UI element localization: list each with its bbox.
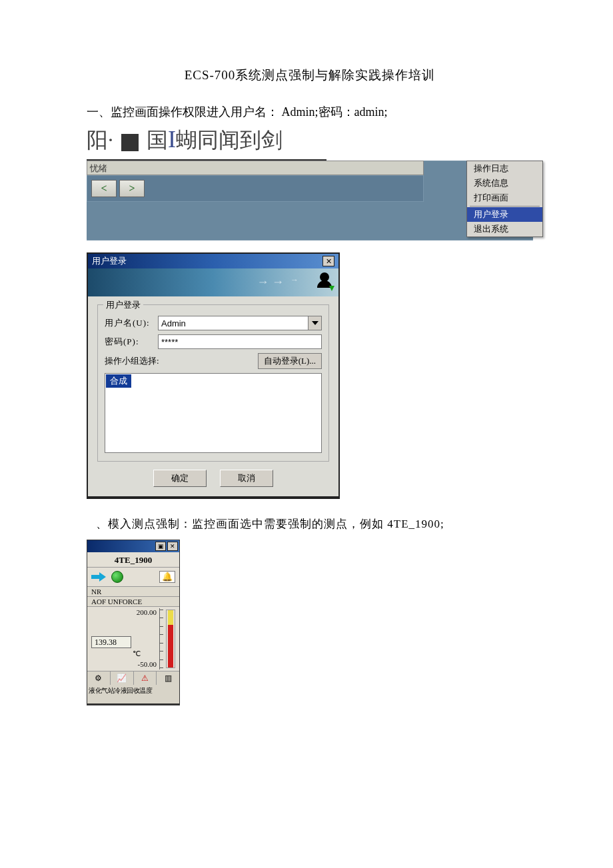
tag-max-value: 200.00 xyxy=(89,608,159,616)
tag-pin-icon[interactable]: ▣ xyxy=(155,542,166,551)
tag-titlebar: ▣ ✕ xyxy=(87,540,179,552)
bar-zone-red xyxy=(168,625,173,668)
toolbar: < > xyxy=(87,175,424,202)
tag-aof-label: AOF UNFORCE xyxy=(87,597,179,607)
tag-min-value: -50.00 xyxy=(138,660,157,668)
tag-setting-icon[interactable]: ⚙ xyxy=(87,671,111,685)
tag-faceplate: ▣ ✕ 4TE_1900 🔔 NR AOF UNFORCE 200.00 139… xyxy=(87,540,180,705)
menu-item-sys-info[interactable]: 系统信息 xyxy=(467,176,542,191)
ops-group-label: 操作小组选择: xyxy=(105,355,159,367)
username-label: 用户名(U): xyxy=(105,317,153,329)
login-dialog: 用户登录 ✕ → → → 用户登录 用户名(U): 密码(P): xyxy=(87,252,340,499)
login-titlebar: 用户登录 ✕ xyxy=(88,254,338,268)
tag-description: 液化气站冷液回收温度 xyxy=(87,685,179,703)
auto-login-button[interactable]: 自动登录(L)... xyxy=(258,353,322,369)
tag-ticks xyxy=(159,608,165,669)
svg-marker-2 xyxy=(91,572,106,582)
decor-a: 阳· xyxy=(87,128,113,152)
nav-next-button[interactable]: > xyxy=(119,180,145,197)
status-bar: 忧绪 xyxy=(87,161,424,175)
ops-group-list[interactable]: 合成 xyxy=(105,373,322,453)
tag-bottom-toolbar: ⚙ 📈 ⚠ ▥ xyxy=(87,671,179,685)
close-icon[interactable]: ✕ xyxy=(322,256,334,266)
login-title: 用户登录 xyxy=(92,255,127,267)
menu-item-exit-system[interactable]: 退出系统 xyxy=(467,222,542,236)
login-groupbox: 用户登录 用户名(U): 密码(P): 操作小组选择: 自动登录(L)... xyxy=(97,304,329,462)
tag-alarm-icon[interactable]: 🔔 xyxy=(159,571,175,583)
banner-arrows-icon: → → → xyxy=(257,275,299,289)
decor-b: 国 xyxy=(147,128,168,152)
tag-name: 4TE_1900 xyxy=(87,552,179,568)
tag-value: 139.38 xyxy=(91,636,131,648)
app-menubar: 忧绪 < > 操作日志 系统信息 打印画面 用户登录 退出系统 xyxy=(87,161,533,240)
black-square-icon xyxy=(121,134,139,151)
svg-marker-0 xyxy=(329,286,334,291)
decor-c: 蝴同闻到剑 xyxy=(176,128,283,152)
menu-separator xyxy=(470,206,540,207)
tag-bargraph xyxy=(166,610,175,668)
menu-item-op-log[interactable]: 操作日志 xyxy=(467,161,542,176)
tag-nr-label: NR xyxy=(87,586,179,597)
section-two-text: 、模入测点强制：监控画面选中需要强制的测点，例如 4TE_1900; xyxy=(96,516,533,532)
username-dropdown-icon[interactable] xyxy=(308,316,322,330)
tag-close-icon[interactable]: ✕ xyxy=(167,542,178,551)
password-label: 密码(P): xyxy=(105,336,153,348)
bar-zone-yellow xyxy=(168,610,173,625)
menu-item-print-view[interactable]: 打印画面 xyxy=(467,191,542,205)
tag-alarmlist-icon[interactable]: ⚠ xyxy=(134,671,157,685)
tag-status-icons: 🔔 xyxy=(87,568,179,586)
tag-trend-icon[interactable]: 📈 xyxy=(111,671,134,685)
doc-title: ECS-700系统测点强制与解除实践操作培训 xyxy=(87,67,533,84)
user-avatar-icon xyxy=(314,271,334,294)
password-input[interactable] xyxy=(158,334,322,349)
login-group-legend: 用户登录 xyxy=(103,299,143,311)
section-one-text: 一、监控画面操作权限进入用户名： Admin;密码：admin; xyxy=(87,104,533,120)
svg-marker-1 xyxy=(312,321,318,325)
system-dropdown-menu: 操作日志 系统信息 打印画面 用户登录 退出系统 xyxy=(466,161,543,237)
ok-button[interactable]: 确定 xyxy=(153,470,207,487)
ocr-decor-line: 阳· 国I蝴同闻到剑 xyxy=(87,125,326,161)
tag-status-dot-icon xyxy=(111,571,123,583)
cancel-button[interactable]: 取消 xyxy=(220,470,273,487)
login-banner: → → → xyxy=(88,268,338,296)
tag-detail-icon[interactable]: ▥ xyxy=(157,671,179,685)
menu-item-user-login[interactable]: 用户登录 xyxy=(467,207,542,222)
nav-prev-button[interactable]: < xyxy=(91,180,117,197)
tag-gauge: 200.00 139.38 ℃ -50.00 xyxy=(87,607,179,671)
decor-I-icon: I xyxy=(168,126,176,153)
ops-list-item[interactable]: 合成 xyxy=(106,374,131,388)
tag-arrow-icon xyxy=(91,572,106,582)
username-input[interactable] xyxy=(158,316,308,330)
tag-unit: ℃ xyxy=(133,650,141,658)
